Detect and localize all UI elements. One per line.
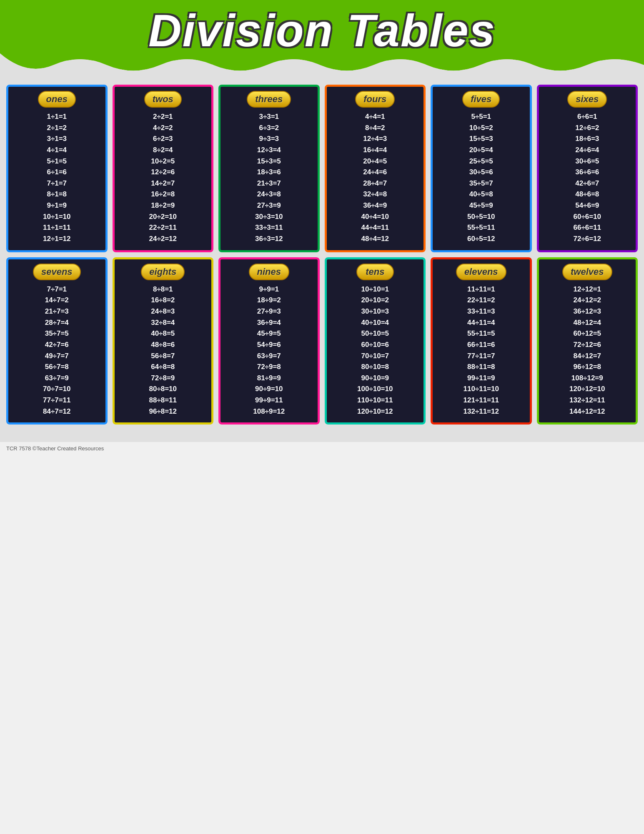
equation-item: 22÷11=2 xyxy=(467,295,495,306)
equation-item: 9÷9=1 xyxy=(259,284,279,295)
equation-item: 20÷10=2 xyxy=(361,295,389,306)
equation-item: 33÷3=11 xyxy=(255,223,283,233)
equation-item: 42÷6=7 xyxy=(575,178,599,189)
footer: TCR 7578 ©Teacher Created Resources xyxy=(0,442,644,455)
equation-item: 96÷8=12 xyxy=(149,407,177,417)
equation-item: 99÷9=11 xyxy=(255,395,283,406)
footer-text: TCR 7578 ©Teacher Created Resources xyxy=(6,445,104,452)
equation-item: 24÷3=8 xyxy=(257,189,281,200)
equation-item: 48÷6=8 xyxy=(575,189,599,200)
table-equations-twos: 2÷2=14÷2=26÷2=38÷2=410÷2=512÷2=614÷2=716… xyxy=(117,112,209,244)
equation-item: 35÷5=7 xyxy=(469,178,493,189)
equation-item: 36÷6=6 xyxy=(575,167,599,178)
equation-item: 55÷5=11 xyxy=(467,223,495,233)
equation-item: 64÷8=8 xyxy=(151,362,175,372)
table-card-ones: ones1÷1=12÷1=23÷1=34÷1=45÷1=56÷1=67÷1=78… xyxy=(6,85,108,252)
table-label-fours: fours xyxy=(355,91,395,108)
table-card-tens: tens10÷10=120÷10=230÷10=340÷10=450÷10=56… xyxy=(325,257,426,425)
equation-item: 81÷9=9 xyxy=(257,373,281,384)
equation-item: 6÷1=6 xyxy=(47,167,67,178)
equation-item: 84÷7=12 xyxy=(43,407,71,417)
equation-item: 77÷11=7 xyxy=(467,351,495,362)
equation-item: 6÷6=1 xyxy=(577,112,597,122)
table-equations-fives: 5÷5=110÷5=215÷5=320÷5=425÷5=530÷5=635÷5=… xyxy=(435,112,527,244)
equation-item: 120÷10=12 xyxy=(357,407,393,417)
equation-item: 18÷2=9 xyxy=(151,201,175,211)
equation-item: 2÷1=2 xyxy=(47,123,67,133)
equation-item: 100÷10=10 xyxy=(357,384,393,394)
equation-item: 27÷3=9 xyxy=(257,201,281,211)
equation-item: 35÷7=5 xyxy=(45,329,69,339)
equation-item: 63÷7=9 xyxy=(45,373,69,384)
equation-item: 1÷1=1 xyxy=(47,112,67,122)
equation-item: 132÷12=11 xyxy=(569,395,605,406)
equation-item: 72÷6=12 xyxy=(573,234,601,244)
equation-item: 144÷12=12 xyxy=(569,407,605,417)
equation-item: 20÷4=5 xyxy=(363,156,387,167)
equation-item: 18÷6=3 xyxy=(575,134,599,144)
equation-item: 63÷9=7 xyxy=(257,351,281,362)
equation-item: 90÷9=10 xyxy=(255,384,283,394)
equation-item: 80÷8=10 xyxy=(149,384,177,394)
equation-item: 24÷8=3 xyxy=(151,306,175,317)
equation-item: 56÷7=8 xyxy=(45,362,69,372)
equation-item: 8÷2=4 xyxy=(153,145,173,156)
equation-item: 44÷11=4 xyxy=(467,318,495,328)
table-equations-sevens: 7÷7=114÷7=221÷7=328÷7=435÷7=542÷7=649÷7=… xyxy=(11,284,103,417)
equation-item: 120÷12=10 xyxy=(569,384,605,394)
table-card-sevens: sevens7÷7=114÷7=221÷7=328÷7=435÷7=542÷7=… xyxy=(6,257,108,425)
table-label-threes: threes xyxy=(247,91,291,108)
table-card-nines: nines9÷9=118÷9=227÷9=336÷9=445÷9=554÷9=6… xyxy=(218,257,320,425)
equation-item: 3÷3=1 xyxy=(259,112,279,122)
table-card-twelves: twelves12÷12=124÷12=236÷12=348÷12=460÷12… xyxy=(537,257,638,425)
equation-item: 4÷4=1 xyxy=(365,112,385,122)
header-title: Division Tables xyxy=(8,8,636,53)
table-card-twos: twos2÷2=14÷2=26÷2=38÷2=410÷2=512÷2=614÷2… xyxy=(113,85,214,252)
equation-item: 60÷10=6 xyxy=(361,340,389,350)
equation-item: 66÷6=11 xyxy=(573,223,601,233)
equation-item: 55÷11=5 xyxy=(467,329,495,339)
equation-item: 18÷9=2 xyxy=(257,295,281,306)
table-equations-ones: 1÷1=12÷1=23÷1=34÷1=45÷1=56÷1=67÷1=78÷1=8… xyxy=(11,112,103,244)
equation-item: 2÷2=1 xyxy=(153,112,173,122)
table-card-sixes: sixes6÷6=112÷6=218÷6=324÷6=430÷6=536÷6=6… xyxy=(537,85,638,252)
equation-item: 42÷7=6 xyxy=(45,340,69,350)
table-card-fives: fives5÷5=110÷5=215÷5=320÷5=425÷5=530÷5=6… xyxy=(431,85,532,252)
equation-item: 50÷5=10 xyxy=(467,212,495,222)
table-equations-twelves: 12÷12=124÷12=236÷12=348÷12=460÷12=572÷12… xyxy=(541,284,634,417)
table-label-sevens: sevens xyxy=(33,264,81,280)
equation-item: 72÷8=9 xyxy=(151,373,175,384)
equation-item: 12÷6=2 xyxy=(575,123,599,133)
equation-item: 4÷2=2 xyxy=(153,123,173,133)
equation-item: 10÷5=2 xyxy=(469,123,493,133)
equation-item: 60÷12=5 xyxy=(573,329,601,339)
equation-item: 25÷5=5 xyxy=(469,156,493,167)
equation-item: 132÷11=12 xyxy=(464,407,499,417)
equation-item: 40÷10=4 xyxy=(361,318,389,328)
equation-item: 36÷4=9 xyxy=(363,201,387,211)
table-equations-eights: 8÷8=116÷8=224÷8=332÷8=440÷8=548÷8=656÷8=… xyxy=(117,284,209,417)
table-card-eights: eights8÷8=116÷8=224÷8=332÷8=440÷8=548÷8=… xyxy=(113,257,214,425)
equation-item: 4÷1=4 xyxy=(47,145,67,156)
equation-item: 99÷11=9 xyxy=(467,373,495,384)
table-label-eights: eights xyxy=(141,264,185,280)
equation-item: 21÷7=3 xyxy=(45,306,69,317)
equation-item: 10÷10=1 xyxy=(361,284,389,295)
equation-item: 45÷5=9 xyxy=(469,201,493,211)
equation-item: 28÷4=7 xyxy=(363,178,387,189)
equation-item: 16÷8=2 xyxy=(151,295,175,306)
equation-item: 12÷12=1 xyxy=(573,284,601,295)
equation-item: 8÷4=2 xyxy=(365,123,385,133)
table-card-elevens: elevens11÷11=122÷11=233÷11=344÷11=455÷11… xyxy=(431,257,532,425)
equation-item: 49÷7=7 xyxy=(45,351,69,362)
equation-item: 30÷6=5 xyxy=(575,156,599,167)
equation-item: 54÷9=6 xyxy=(257,340,281,350)
equation-item: 36÷9=4 xyxy=(257,318,281,328)
table-label-elevens: elevens xyxy=(456,264,506,280)
equation-item: 33÷11=3 xyxy=(467,306,495,317)
table-label-sixes: sixes xyxy=(567,91,607,108)
equation-item: 90÷10=9 xyxy=(361,373,389,384)
tables-grid-top: ones1÷1=12÷1=23÷1=34÷1=45÷1=56÷1=67÷1=78… xyxy=(6,85,638,252)
equation-item: 45÷9=5 xyxy=(257,329,281,339)
table-card-fours: fours4÷4=18÷4=212÷4=316÷4=420÷4=524÷4=62… xyxy=(325,85,426,252)
